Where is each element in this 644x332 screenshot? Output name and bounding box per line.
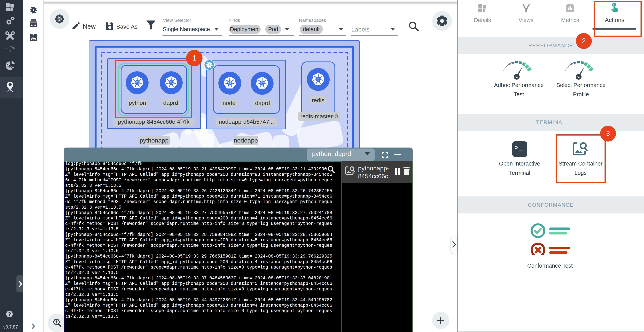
- svg-text:WA: WA: [31, 37, 36, 41]
